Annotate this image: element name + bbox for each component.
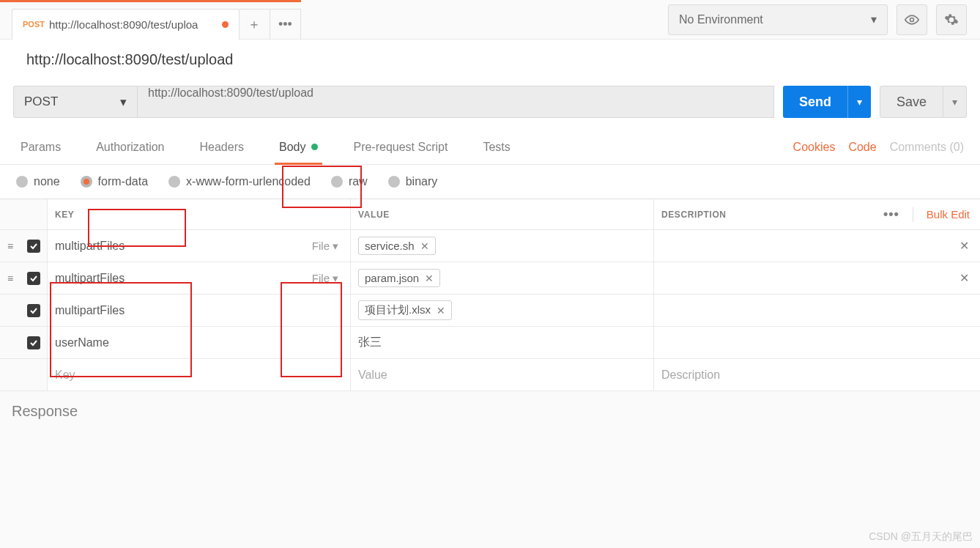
header-value: VALUE <box>350 199 653 229</box>
header-description: DESCRIPTION <box>653 199 864 229</box>
method-select[interactable]: POST ▾ <box>13 86 138 118</box>
send-dropdown[interactable]: ▾ <box>847 86 871 118</box>
key-cell[interactable]: multipartFiles <box>47 295 350 326</box>
description-cell[interactable] <box>653 295 948 326</box>
top-right-tools: No Environment ▾ <box>668 4 980 35</box>
svg-point-0 <box>910 18 914 21</box>
new-tab-button[interactable]: ＋ <box>240 9 270 40</box>
value-cell[interactable]: service.sh✕ <box>350 230 653 262</box>
code-link[interactable]: Code <box>848 141 876 154</box>
row-checkbox[interactable] <box>21 295 47 326</box>
subtabs-row: ParamsAuthorizationHeadersBodyPre-reques… <box>0 130 980 165</box>
gear-icon <box>944 12 959 27</box>
row-checkbox[interactable] <box>21 262 47 294</box>
tab-params[interactable]: Params <box>16 130 65 164</box>
radio-icon <box>81 176 92 188</box>
value-cell[interactable]: param.json✕ <box>350 262 653 294</box>
top-bar: POST http://localhost:8090/test/uploa ＋ … <box>0 0 980 40</box>
body-type-form-data[interactable]: form-data <box>81 175 148 188</box>
file-chip: param.json✕ <box>358 269 440 287</box>
unsaved-dot-icon <box>222 21 229 28</box>
table-row: userName张三 <box>0 327 980 359</box>
tab-authorization[interactable]: Authorization <box>92 130 168 164</box>
bulk-edit-link[interactable]: Bulk Edit <box>927 208 970 221</box>
description-cell[interactable] <box>653 327 948 358</box>
save-dropdown[interactable]: ▾ <box>943 86 967 118</box>
tab-pre-request-script[interactable]: Pre-request Script <box>349 130 452 164</box>
environment-select[interactable]: No Environment ▾ <box>668 4 888 35</box>
request-row: POST ▾ http://localhost:8090/test/upload… <box>0 80 980 130</box>
settings-button[interactable] <box>936 4 967 35</box>
value-placeholder: Value <box>358 369 387 382</box>
method-value: POST <box>24 95 58 109</box>
subtab-right-links: Cookies Code Comments (0) <box>793 141 964 154</box>
columns-options-icon[interactable]: ••• <box>883 207 899 222</box>
chevron-down-icon: ▾ <box>871 12 877 26</box>
table-row-new[interactable]: Key Value Description <box>0 359 980 391</box>
body-type-none[interactable]: none <box>16 175 60 188</box>
radio-icon <box>16 176 28 188</box>
key-placeholder: Key <box>55 369 75 382</box>
cookies-link[interactable]: Cookies <box>793 141 836 154</box>
delete-row-button[interactable]: ✕ <box>948 230 980 262</box>
key-cell[interactable]: userName <box>47 327 350 358</box>
url-value: http://localhost:8090/test/upload <box>148 86 313 99</box>
tab-headers[interactable]: Headers <box>196 130 248 164</box>
key-type-select[interactable]: File ▾ <box>312 240 343 253</box>
remove-file-icon[interactable]: ✕ <box>437 305 445 316</box>
response-label: Response <box>0 391 980 456</box>
drag-handle-icon[interactable]: ≡ <box>0 230 21 262</box>
body-type-x-www-form-urlencoded[interactable]: x-www-form-urlencoded <box>168 175 311 188</box>
remove-file-icon[interactable]: ✕ <box>425 273 434 284</box>
row-checkbox[interactable] <box>21 327 47 358</box>
body-type-binary[interactable]: binary <box>388 175 438 188</box>
description-placeholder: Description <box>661 369 720 382</box>
tab-body[interactable]: Body <box>275 130 322 164</box>
status-dot-icon <box>311 144 318 150</box>
save-button[interactable]: Save <box>880 86 943 118</box>
tab-tests[interactable]: Tests <box>478 130 514 164</box>
key-cell[interactable]: multipartFilesFile ▾ <box>47 230 350 262</box>
form-data-table: KEY VALUE DESCRIPTION ••• Bulk Edit ≡mul… <box>0 199 980 391</box>
row-checkbox[interactable] <box>21 230 47 262</box>
tab-strip: POST http://localhost:8090/test/uploa ＋ … <box>0 0 301 40</box>
radio-icon <box>388 176 400 188</box>
tab-url: http://localhost:8090/test/uploa <box>49 18 218 31</box>
table-row: ≡multipartFilesFile ▾service.sh✕✕ <box>0 230 980 262</box>
drag-handle-icon[interactable]: ≡ <box>0 262 21 294</box>
tab-options-button[interactable]: ••• <box>270 9 301 40</box>
send-button[interactable]: Send <box>783 86 847 118</box>
file-chip: 项目计划.xlsx✕ <box>358 300 452 320</box>
chevron-down-icon: ▾ <box>120 95 127 110</box>
file-chip: service.sh✕ <box>358 237 436 255</box>
send-button-group: Send ▾ <box>783 86 871 118</box>
description-cell[interactable] <box>653 230 948 262</box>
comments-link[interactable]: Comments (0) <box>890 141 964 154</box>
key-cell[interactable]: multipartFilesFile ▾ <box>47 262 350 294</box>
body-type-row: noneform-datax-www-form-urlencodedrawbin… <box>0 165 980 199</box>
table-row: ≡multipartFilesFile ▾param.json✕✕ <box>0 262 980 295</box>
divider <box>913 207 913 222</box>
table-row: multipartFiles项目计划.xlsx✕ <box>0 295 980 327</box>
value-cell[interactable]: 项目计划.xlsx✕ <box>350 295 653 326</box>
body-type-raw[interactable]: raw <box>331 175 368 188</box>
environment-label: No Environment <box>679 13 763 26</box>
table-header: KEY VALUE DESCRIPTION ••• Bulk Edit <box>0 199 980 230</box>
request-tab[interactable]: POST http://localhost:8090/test/uploa <box>12 9 240 40</box>
request-title: http://localhost:8090/test/upload <box>0 40 980 80</box>
value-cell[interactable]: 张三 <box>350 327 653 358</box>
environment-preview-button[interactable] <box>897 4 927 35</box>
description-cell[interactable] <box>653 262 948 294</box>
eye-icon <box>905 12 919 27</box>
remove-file-icon[interactable]: ✕ <box>420 240 429 252</box>
tab-method: POST <box>23 20 45 29</box>
delete-row-button[interactable]: ✕ <box>948 262 980 294</box>
url-input[interactable]: http://localhost:8090/test/upload <box>138 86 774 118</box>
radio-icon <box>168 176 180 188</box>
header-key: KEY <box>47 199 350 229</box>
key-type-select[interactable]: File ▾ <box>312 272 343 285</box>
save-button-group: Save ▾ <box>880 86 967 118</box>
radio-icon <box>331 176 343 188</box>
